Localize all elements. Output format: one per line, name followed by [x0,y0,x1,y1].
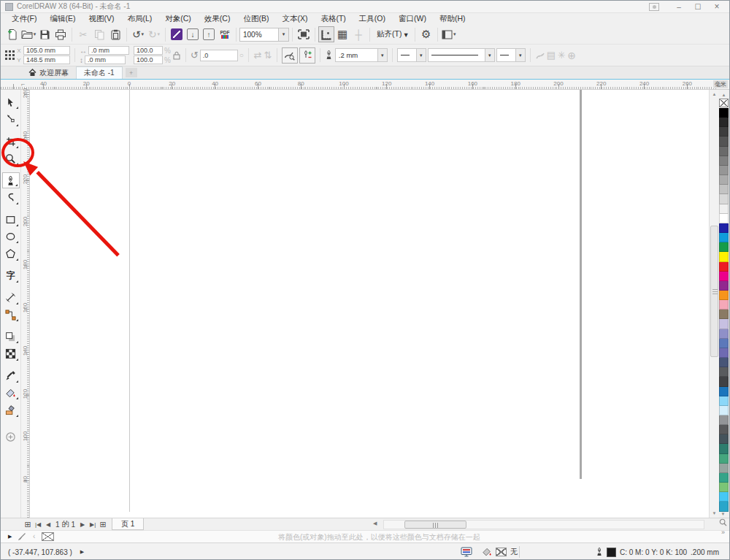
mirror-vertical-button[interactable]: ⇅ [264,47,272,64]
outline-width-value[interactable]: .2 mm [336,49,377,61]
status-flyout-icon[interactable]: ▶ [80,549,84,555]
grid-toggle[interactable]: ▦ [334,26,350,42]
palette-swatch-29[interactable] [719,387,729,396]
redo-button[interactable]: ↻▾ [146,26,162,42]
palette-swatch-32[interactable] [719,415,729,425]
pick-tool[interactable] [2,94,20,110]
last-page-button[interactable]: ▶| [88,519,98,529]
palette-swatch-24[interactable] [719,339,729,348]
options-button[interactable]: ⚙ [418,26,434,42]
no-color-swatch[interactable] [719,99,729,107]
text-tool[interactable]: 字 [2,268,20,284]
object-height-field[interactable]: .0 mm [85,55,126,64]
close-button[interactable]: × [707,1,726,12]
palette-swatch-4[interactable] [719,147,729,156]
palette-swatch-22[interactable] [719,319,729,329]
drawing-canvas[interactable] [30,90,709,518]
palette-swatch-14[interactable] [719,242,729,252]
outline-width-combo[interactable]: .2 mm ▾ [335,48,388,62]
chevron-down-icon[interactable]: ▾ [416,49,426,61]
horizontal-ruler[interactable]: ⌐ 40200204060801001201401601802002202402… [1,80,729,90]
horizontal-scrollbar[interactable] [383,520,704,529]
palette-swatch-34[interactable] [719,434,729,444]
quick-zoom-icon[interactable] [719,518,727,526]
rectangle-tool[interactable] [2,212,20,228]
rotation-angle-field[interactable]: .0 [200,50,238,61]
interactive-fill-tool[interactable] [2,385,20,401]
palette-swatch-13[interactable] [719,233,729,242]
tab-untitled-document[interactable]: 未命名 -1 [76,66,123,79]
lock-ratio-button[interactable] [172,47,181,64]
add-page-start-button[interactable]: ⊞ [23,519,33,529]
polygon-tool[interactable] [2,246,20,262]
palette-swatch-33[interactable] [719,425,729,434]
collapse-icon[interactable]: ‹ [33,532,35,540]
palette-scroll-down-icon[interactable]: ▼ [721,512,726,516]
previous-page-button[interactable]: ◀ [43,519,53,529]
fullscreen-preview-button[interactable] [296,26,312,42]
chevron-down-icon[interactable]: ▾ [485,49,494,61]
vertical-ruler[interactable]: 26024022020018016014012010080 [21,90,30,518]
palette-swatch-40[interactable] [719,492,729,502]
publish-pdf-button[interactable]: PDF [217,26,233,42]
palette-swatch-37[interactable] [719,464,729,473]
drop-shadow-tool[interactable] [2,329,20,345]
menu-item-11[interactable]: 帮助(H) [433,14,472,24]
menu-item-1[interactable]: 编辑(E) [43,14,82,24]
chevron-down-icon[interactable]: ▾ [377,49,387,61]
crop-tool[interactable] [2,134,20,150]
palette-swatch-20[interactable] [719,300,729,310]
palette-swatch-27[interactable] [719,367,729,377]
ellipse-tool[interactable] [2,229,20,245]
open-button[interactable]: ▾ [20,26,36,42]
x-position-field[interactable]: 105.0 mm [23,46,70,55]
parallel-dimension-tool[interactable] [2,290,20,306]
scale-y-field[interactable]: 100.0 [134,55,163,64]
minimize-button[interactable]: – [669,1,688,12]
palette-swatch-16[interactable] [719,262,729,272]
palette-swatch-5[interactable] [719,156,729,166]
eyedropper-small-icon[interactable] [18,532,26,540]
palette-swatch-12[interactable] [719,223,729,233]
palette-swatch-19[interactable] [719,291,729,300]
menu-item-0[interactable]: 文件(F) [5,14,43,24]
horizontal-scroll-thumb[interactable] [404,521,466,529]
scroll-left-button[interactable]: ◀ [373,521,377,526]
close-curve-button[interactable] [535,47,545,64]
palette-scroll-up-icon[interactable]: ▲ [722,91,726,99]
palette-swatch-39[interactable] [719,483,729,492]
connector-tool[interactable] [2,307,20,323]
palette-swatch-0[interactable] [719,108,729,118]
zoom-level-value[interactable]: 100% [240,31,278,39]
auto-add-delete-toggle[interactable] [299,47,315,64]
palette-swatch-28[interactable] [719,377,729,386]
palette-swatch-30[interactable] [719,396,729,406]
menu-item-2[interactable]: 视图(V) [82,14,120,24]
menu-item-6[interactable]: 位图(B) [237,14,275,24]
tab-welcome-screen[interactable]: 欢迎屏幕 [21,66,76,79]
undo-button[interactable]: ↺▾ [130,26,146,42]
transparency-tool[interactable] [2,346,20,362]
palette-swatch-2[interactable] [719,127,729,137]
palette-swatch-1[interactable] [719,118,729,127]
arrow-start-combo[interactable]: ▾ [397,48,426,62]
vertical-scrollbar[interactable]: ▲ ▼ [709,90,718,518]
window-layout-button[interactable]: ▾ [441,26,457,42]
smart-fill-tool[interactable] [2,402,20,418]
document-color-settings-icon[interactable] [461,547,472,557]
palette-swatch-21[interactable] [719,310,729,319]
app-launcher-button[interactable] [169,26,185,42]
palette-expand-icon[interactable]: » [721,529,725,536]
object-width-field[interactable]: .0 mm [88,46,129,55]
palette-swatch-10[interactable] [719,204,729,214]
menu-item-4[interactable]: 对象(C) [158,14,198,24]
next-page-button[interactable]: ▶ [77,519,88,529]
arrow-end-combo[interactable]: ▾ [496,48,526,62]
preview-mode-toggle[interactable] [282,47,298,64]
mirror-horizontal-button[interactable]: ⇄ [253,47,262,64]
vertical-scroll-thumb[interactable] [710,226,718,357]
flyout-icon[interactable]: ▶ [8,534,12,540]
line-style-combo[interactable]: ▾ [428,48,495,62]
text-wrap-button[interactable]: ▤ [547,47,556,64]
new-document-button[interactable] [4,26,20,42]
